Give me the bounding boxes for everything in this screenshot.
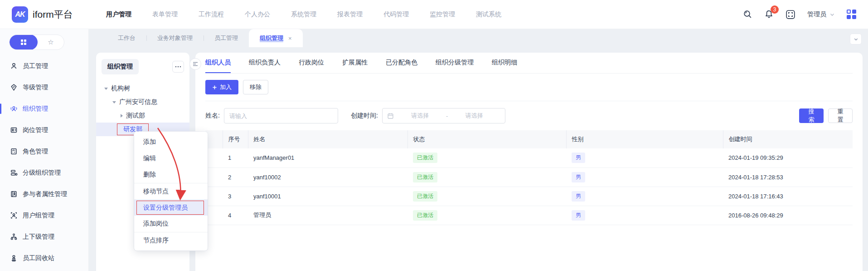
sidebar-item-label: 分级组织管理 (23, 169, 61, 177)
status-badge: 已激活 (413, 191, 437, 202)
sidebar-item-user-group-mgmt[interactable]: 用户组管理 (0, 205, 88, 226)
nav-item-report-mgmt[interactable]: 报表管理 (337, 10, 363, 19)
row-index: 3 (223, 187, 248, 206)
favorites-toggle-button[interactable]: ☆ (38, 38, 64, 46)
page-tab-org-mgmt[interactable]: 组织管理 × (249, 29, 303, 47)
page-tab-employee-mgmt[interactable]: 员工管理 (204, 29, 249, 47)
tree-more-button[interactable] (172, 61, 184, 73)
nav-item-user-mgmt[interactable]: 用户管理 (106, 10, 131, 19)
calendar-icon (387, 113, 394, 119)
member-name: yanf10002 (248, 168, 407, 187)
created-time-range-picker[interactable]: 请选择 - 请选择 (382, 108, 505, 123)
sidebar-item-grade-mgmt[interactable]: 等级管理 (0, 77, 88, 98)
date-end-placeholder[interactable]: 请选择 (448, 112, 500, 120)
table-row[interactable]: 3 yanf10001 已激活 男 2024-01-18 17:16:43 (205, 187, 853, 206)
notification-count-badge: 3 (771, 5, 779, 14)
tree-node-test-dept[interactable]: 测试部 (102, 109, 184, 123)
menu-item-set-hierarchical-admin[interactable]: 设置分级管理员 (134, 199, 208, 216)
sidebar-item-label: 参与者属性管理 (23, 190, 67, 198)
grid-view-icon (21, 39, 26, 45)
menu-item-sort-nodes[interactable]: 节点排序 (134, 232, 208, 248)
top-navbar: AK iform平台 用户管理 表单管理 工作流程 个人办公 系统管理 报表管理… (0, 0, 868, 29)
sidebar-item-hierarchical-org-mgmt[interactable]: 分级组织管理 (0, 162, 88, 183)
created-time: 2016-08-26 09:48:29 (723, 206, 853, 225)
hierarchy-icon (10, 233, 18, 241)
table-row[interactable]: 2 yanf10002 已激活 男 2024-01-18 17:28:53 (205, 168, 853, 187)
tab-org-leader[interactable]: 组织负责人 (249, 53, 281, 73)
sidebar-item-employee-mgmt[interactable]: 员工管理 (0, 55, 88, 77)
sidebar-item-org-mgmt[interactable]: 组织管理 (0, 98, 88, 119)
fullscreen-icon[interactable] (786, 10, 795, 20)
menu-view-toggle-button[interactable] (10, 34, 38, 50)
menu-item-delete[interactable]: 删除 (134, 167, 208, 183)
user-menu[interactable]: 管理员 (807, 10, 835, 19)
created-time: 2024-01-18 17:28:53 (723, 168, 853, 187)
member-name: yanfManager01 (248, 148, 407, 168)
close-tab-icon[interactable]: × (288, 35, 292, 42)
status-badge: 已激活 (413, 172, 437, 182)
collapse-tree-button[interactable] (189, 58, 201, 70)
chevron-down-icon (829, 12, 835, 17)
sidebar-item-post-mgmt[interactable]: 岗位管理 (0, 119, 88, 141)
tab-org-hier-mgmt[interactable]: 组织分级管理 (436, 53, 474, 73)
table-row[interactable]: 4 管理员 已激活 男 2016-08-26 09:48:29 (205, 206, 853, 225)
search-button[interactable]: 搜索 (799, 108, 824, 123)
tab-org-members[interactable]: 组织人员 (205, 53, 231, 73)
collapse-lines-icon (193, 62, 198, 66)
sidebar-item-superior-subordinate-mgmt[interactable]: 上下级管理 (0, 226, 88, 247)
caret-down-icon[interactable] (104, 88, 108, 90)
nav-item-system-mgmt[interactable]: 系统管理 (291, 10, 316, 19)
menu-item-add-post[interactable]: 添加岗位 (134, 216, 208, 232)
row-checkbox-cell (205, 168, 223, 187)
sidebar-item-participant-attr-mgmt[interactable]: 参与者属性管理 (0, 183, 88, 205)
menu-item-move-node[interactable]: 移动节点 (134, 183, 208, 199)
gender-badge: 男 (572, 191, 585, 202)
tab-org-detail[interactable]: 组织明细 (492, 53, 517, 73)
page-tab-workbench[interactable]: 工作台 (107, 29, 146, 47)
members-table: 序号 姓名 状态 性别 创建时间 1 yanfManager01 已激活 (205, 130, 853, 225)
notification-bell-icon[interactable]: 3 (764, 10, 774, 19)
org-members-panel: 组织人员 组织负责人 行政岗位 扩展属性 已分配角色 组织分级管理 组织明细 加… (195, 53, 863, 271)
sidebar-item-label: 角色管理 (23, 148, 48, 156)
plus-icon (212, 85, 217, 90)
tabstrip-dropdown-button[interactable] (850, 34, 862, 44)
logo-mark-icon: AK (12, 6, 28, 23)
sidebar-item-employee-recycle-bin[interactable]: 员工回收站 (0, 247, 88, 269)
page-tab-business-object-mgmt[interactable]: 业务对象管理 (146, 29, 204, 47)
reset-button[interactable]: 重置 (828, 108, 853, 123)
nav-item-monitor-mgmt[interactable]: 监控管理 (430, 10, 455, 19)
search-icon[interactable] (743, 10, 752, 19)
tab-admin-post[interactable]: 行政岗位 (299, 53, 324, 73)
add-member-button[interactable]: 加入 (205, 80, 238, 94)
table-row[interactable]: 1 yanfManager01 已激活 男 2024-01-19 09:35:2… (205, 148, 853, 168)
member-name: yanf10001 (248, 187, 407, 206)
remove-member-button[interactable]: 移除 (243, 80, 268, 94)
menu-item-add[interactable]: 添加 (134, 134, 208, 150)
col-header-index: 序号 (223, 130, 248, 148)
sidebar-item-label: 员工回收站 (23, 254, 54, 262)
name-filter-input[interactable] (224, 108, 338, 123)
apps-grid-icon[interactable] (847, 10, 856, 19)
col-header-gender: 性别 (566, 130, 723, 148)
nav-item-test-system[interactable]: 测试系统 (476, 10, 501, 19)
caret-right-icon[interactable] (121, 114, 123, 118)
navbar-actions: 3 管理员 (743, 10, 856, 20)
detail-tabs: 组织人员 组织负责人 行政岗位 扩展属性 已分配角色 组织分级管理 组织明细 (205, 53, 853, 74)
menu-item-edit[interactable]: 编辑 (134, 150, 208, 167)
tree-node-root[interactable]: 机构树 (102, 82, 184, 95)
tree-node-company[interactable]: 广州安可信息 (102, 95, 184, 109)
role-checklist-icon (10, 148, 18, 155)
caret-down-icon[interactable] (112, 101, 116, 103)
nav-item-code-mgmt[interactable]: 代码管理 (383, 10, 409, 19)
date-start-placeholder[interactable]: 请选择 (394, 112, 446, 120)
tab-assigned-roles[interactable]: 已分配角色 (386, 53, 417, 73)
tab-extended-attrs[interactable]: 扩展属性 (342, 53, 368, 73)
gender-badge: 男 (572, 153, 585, 163)
nav-item-workflow[interactable]: 工作流程 (199, 10, 224, 19)
sidebar-item-role-mgmt[interactable]: 角色管理 (0, 141, 88, 162)
nav-item-personal-office[interactable]: 个人办公 (245, 10, 270, 19)
tree-panel-title: 组织管理 (102, 59, 139, 74)
nav-item-form-mgmt[interactable]: 表单管理 (152, 10, 178, 19)
status-badge: 已激活 (413, 210, 437, 221)
member-name: 管理员 (248, 206, 407, 225)
